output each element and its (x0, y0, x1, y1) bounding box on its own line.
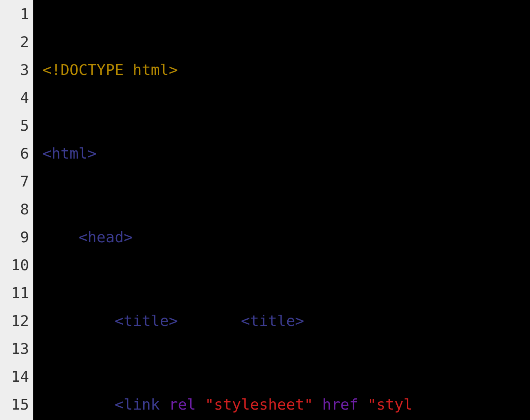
line-number: 15 (0, 390, 29, 418)
line-number: 5 (0, 112, 29, 139)
line-number: 13 (0, 335, 29, 363)
line-number: 9 (0, 223, 29, 251)
string-token: "stylesheet" (205, 396, 313, 413)
string-token: "styl (367, 396, 412, 413)
line-number: 2 (0, 28, 29, 56)
tag-token: <title> (114, 312, 178, 329)
doctype-token: <!DOCTYPE html> (42, 61, 178, 78)
code-line[interactable]: <html> (42, 139, 530, 167)
line-number: 4 (0, 84, 29, 112)
tag-token: <head> (79, 229, 133, 246)
code-line[interactable]: <!DOCTYPE html> (42, 56, 530, 84)
line-number: 11 (0, 279, 29, 307)
line-number: 14 (0, 363, 29, 390)
line-number: 10 (0, 251, 29, 279)
line-number: 7 (0, 167, 29, 195)
code-editor: 1 2 3 4 5 6 7 8 9 10 11 12 13 14 15 <!DO… (0, 0, 530, 420)
code-line[interactable]: <title> <title> (42, 307, 530, 335)
tag-token: <title> (241, 312, 304, 329)
attr-token: rel (169, 396, 196, 413)
code-line[interactable]: <link rel "stylesheet" href "styl (42, 390, 530, 418)
line-number: 3 (0, 56, 29, 84)
code-line[interactable]: <head> (42, 223, 530, 251)
line-number: 8 (0, 195, 29, 223)
tag-token: <link (114, 396, 159, 413)
line-number: 6 (0, 139, 29, 167)
line-number: 1 (0, 0, 29, 28)
attr-token: href (322, 396, 358, 413)
line-number: 12 (0, 307, 29, 335)
code-area[interactable]: <!DOCTYPE html> <html> <head> <title> <t… (33, 0, 530, 420)
tag-token: <html> (42, 145, 97, 162)
line-number-gutter: 1 2 3 4 5 6 7 8 9 10 11 12 13 14 15 (0, 0, 33, 420)
